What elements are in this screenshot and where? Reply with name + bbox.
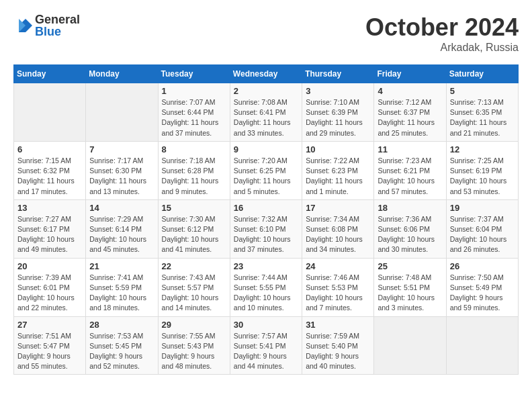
day-number: 24 — [306, 261, 370, 271]
day-number: 17 — [306, 203, 370, 213]
calendar-cell: 19Sunrise: 7:37 AM Sunset: 6:04 PM Dayli… — [446, 199, 518, 258]
weekday-header: Tuesday — [158, 65, 230, 83]
weekday-header: Saturday — [446, 65, 518, 83]
day-number: 5 — [450, 86, 515, 96]
day-info: Sunrise: 7:34 AM Sunset: 6:08 PM Dayligh… — [306, 214, 370, 255]
calendar-cell: 15Sunrise: 7:30 AM Sunset: 6:12 PM Dayli… — [158, 199, 230, 258]
calendar-row: 27Sunrise: 7:51 AM Sunset: 5:47 PM Dayli… — [14, 316, 519, 375]
day-info: Sunrise: 7:22 AM Sunset: 6:23 PM Dayligh… — [306, 156, 370, 197]
day-info: Sunrise: 7:43 AM Sunset: 5:57 PM Dayligh… — [162, 273, 226, 314]
weekday-header: Thursday — [302, 65, 374, 83]
day-info: Sunrise: 7:41 AM Sunset: 5:59 PM Dayligh… — [89, 273, 154, 314]
calendar-cell: 26Sunrise: 7:50 AM Sunset: 5:49 PM Dayli… — [446, 258, 518, 316]
day-number: 29 — [162, 320, 226, 330]
location: Arkadak, Russia — [365, 42, 519, 54]
day-number: 28 — [89, 320, 154, 330]
calendar-cell — [14, 83, 86, 142]
page-header: General Blue October 2024 Arkadak, Russi… — [13, 13, 519, 54]
calendar-cell: 29Sunrise: 7:55 AM Sunset: 5:43 PM Dayli… — [158, 316, 230, 375]
day-info: Sunrise: 7:23 AM Sunset: 6:21 PM Dayligh… — [378, 156, 442, 197]
day-number: 15 — [162, 203, 226, 213]
calendar-cell: 31Sunrise: 7:59 AM Sunset: 5:40 PM Dayli… — [302, 316, 374, 375]
month-title: October 2024 — [365, 13, 519, 42]
calendar-cell: 28Sunrise: 7:53 AM Sunset: 5:45 PM Dayli… — [86, 316, 158, 375]
day-info: Sunrise: 7:55 AM Sunset: 5:43 PM Dayligh… — [162, 331, 226, 372]
weekday-header: Wednesday — [230, 65, 302, 83]
day-info: Sunrise: 7:50 AM Sunset: 5:49 PM Dayligh… — [450, 273, 515, 314]
day-info: Sunrise: 7:30 AM Sunset: 6:12 PM Dayligh… — [162, 214, 226, 255]
day-number: 14 — [89, 203, 154, 213]
day-number: 10 — [306, 144, 370, 154]
calendar-cell: 20Sunrise: 7:39 AM Sunset: 6:01 PM Dayli… — [14, 258, 86, 316]
day-info: Sunrise: 7:32 AM Sunset: 6:10 PM Dayligh… — [234, 214, 298, 255]
day-number: 3 — [306, 86, 370, 96]
logo-text: General Blue — [35, 13, 80, 38]
day-number: 9 — [234, 144, 298, 154]
calendar-table: SundayMondayTuesdayWednesdayThursdayFrid… — [13, 64, 519, 375]
calendar-cell — [86, 83, 158, 142]
day-number: 30 — [234, 320, 298, 330]
calendar-cell: 1Sunrise: 7:07 AM Sunset: 6:44 PM Daylig… — [158, 83, 230, 142]
day-number: 8 — [162, 144, 226, 154]
day-number: 12 — [450, 144, 515, 154]
calendar-cell: 8Sunrise: 7:18 AM Sunset: 6:28 PM Daylig… — [158, 141, 230, 199]
day-info: Sunrise: 7:59 AM Sunset: 5:40 PM Dayligh… — [306, 331, 370, 372]
calendar-cell: 11Sunrise: 7:23 AM Sunset: 6:21 PM Dayli… — [374, 141, 446, 199]
day-info: Sunrise: 7:48 AM Sunset: 5:51 PM Dayligh… — [378, 273, 442, 314]
calendar-cell: 22Sunrise: 7:43 AM Sunset: 5:57 PM Dayli… — [158, 258, 230, 316]
day-info: Sunrise: 7:13 AM Sunset: 6:35 PM Dayligh… — [450, 97, 515, 138]
logo: General Blue — [13, 13, 80, 38]
title-block: October 2024 Arkadak, Russia — [365, 13, 519, 54]
day-info: Sunrise: 7:39 AM Sunset: 6:01 PM Dayligh… — [17, 273, 82, 314]
day-info: Sunrise: 7:18 AM Sunset: 6:28 PM Dayligh… — [162, 156, 226, 197]
calendar-cell: 2Sunrise: 7:08 AM Sunset: 6:41 PM Daylig… — [230, 83, 302, 142]
day-info: Sunrise: 7:25 AM Sunset: 6:19 PM Dayligh… — [450, 156, 515, 197]
calendar-cell: 16Sunrise: 7:32 AM Sunset: 6:10 PM Dayli… — [230, 199, 302, 258]
calendar-cell: 27Sunrise: 7:51 AM Sunset: 5:47 PM Dayli… — [14, 316, 86, 375]
day-info: Sunrise: 7:12 AM Sunset: 6:37 PM Dayligh… — [378, 97, 442, 138]
day-info: Sunrise: 7:27 AM Sunset: 6:17 PM Dayligh… — [17, 214, 82, 255]
weekday-header: Sunday — [14, 65, 86, 83]
calendar-row: 20Sunrise: 7:39 AM Sunset: 6:01 PM Dayli… — [14, 258, 519, 316]
calendar-cell: 5Sunrise: 7:13 AM Sunset: 6:35 PM Daylig… — [446, 83, 518, 142]
calendar-cell: 18Sunrise: 7:36 AM Sunset: 6:06 PM Dayli… — [374, 199, 446, 258]
day-info: Sunrise: 7:15 AM Sunset: 6:32 PM Dayligh… — [17, 156, 82, 197]
calendar-cell: 13Sunrise: 7:27 AM Sunset: 6:17 PM Dayli… — [14, 199, 86, 258]
day-number: 7 — [89, 144, 154, 154]
calendar-cell: 21Sunrise: 7:41 AM Sunset: 5:59 PM Dayli… — [86, 258, 158, 316]
day-number: 21 — [89, 261, 154, 271]
weekday-header-row: SundayMondayTuesdayWednesdayThursdayFrid… — [14, 65, 519, 83]
day-number: 2 — [234, 86, 298, 96]
day-number: 11 — [378, 144, 442, 154]
day-info: Sunrise: 7:10 AM Sunset: 6:39 PM Dayligh… — [306, 97, 370, 138]
day-info: Sunrise: 7:37 AM Sunset: 6:04 PM Dayligh… — [450, 214, 515, 255]
calendar-cell: 7Sunrise: 7:17 AM Sunset: 6:30 PM Daylig… — [86, 141, 158, 199]
calendar-cell: 24Sunrise: 7:46 AM Sunset: 5:53 PM Dayli… — [302, 258, 374, 316]
calendar-cell: 6Sunrise: 7:15 AM Sunset: 6:32 PM Daylig… — [14, 141, 86, 199]
weekday-header: Friday — [374, 65, 446, 83]
day-info: Sunrise: 7:20 AM Sunset: 6:25 PM Dayligh… — [234, 156, 298, 197]
day-number: 1 — [162, 86, 226, 96]
calendar-cell — [374, 316, 446, 375]
calendar-cell: 12Sunrise: 7:25 AM Sunset: 6:19 PM Dayli… — [446, 141, 518, 199]
day-info: Sunrise: 7:29 AM Sunset: 6:14 PM Dayligh… — [89, 214, 154, 255]
calendar-cell: 10Sunrise: 7:22 AM Sunset: 6:23 PM Dayli… — [302, 141, 374, 199]
calendar-cell: 14Sunrise: 7:29 AM Sunset: 6:14 PM Dayli… — [86, 199, 158, 258]
day-info: Sunrise: 7:57 AM Sunset: 5:41 PM Dayligh… — [234, 331, 298, 372]
calendar-row: 13Sunrise: 7:27 AM Sunset: 6:17 PM Dayli… — [14, 199, 519, 258]
day-number: 26 — [450, 261, 515, 271]
day-number: 22 — [162, 261, 226, 271]
logo-blue: Blue — [35, 26, 80, 38]
calendar-cell: 25Sunrise: 7:48 AM Sunset: 5:51 PM Dayli… — [374, 258, 446, 316]
day-info: Sunrise: 7:46 AM Sunset: 5:53 PM Dayligh… — [306, 273, 370, 314]
day-number: 6 — [17, 144, 82, 154]
logo-general: General — [35, 13, 80, 26]
weekday-header: Monday — [86, 65, 158, 83]
day-number: 27 — [17, 320, 82, 330]
day-number: 23 — [234, 261, 298, 271]
calendar-cell: 3Sunrise: 7:10 AM Sunset: 6:39 PM Daylig… — [302, 83, 374, 142]
calendar-cell: 4Sunrise: 7:12 AM Sunset: 6:37 PM Daylig… — [374, 83, 446, 142]
day-info: Sunrise: 7:36 AM Sunset: 6:06 PM Dayligh… — [378, 214, 442, 255]
day-info: Sunrise: 7:53 AM Sunset: 5:45 PM Dayligh… — [89, 331, 154, 372]
day-number: 20 — [17, 261, 82, 271]
